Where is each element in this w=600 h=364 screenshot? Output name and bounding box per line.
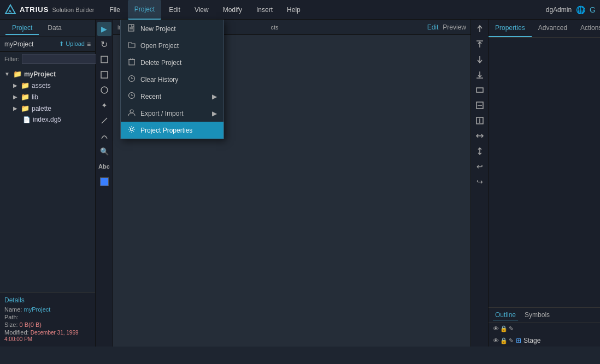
tab-actions[interactable]: Actions <box>574 20 600 37</box>
edit-icon[interactable]: ✎ <box>509 325 514 332</box>
filter-input[interactable] <box>22 54 103 64</box>
menu-view[interactable]: View <box>188 0 215 20</box>
align-top-btn[interactable] <box>473 22 487 36</box>
menu-help[interactable]: Help <box>280 0 307 20</box>
tree-item-lib[interactable]: ▶ 📁 lib <box>9 91 95 103</box>
redo-btn[interactable]: ↪ <box>473 175 487 189</box>
upload-button[interactable]: ⬆ Upload <box>59 40 85 48</box>
file-label: index.dg5 <box>33 116 61 123</box>
palette-folder-icon: 📁 <box>21 104 30 112</box>
curve-tool[interactable] <box>97 129 111 143</box>
align-down-stretch-btn[interactable] <box>473 68 487 82</box>
tab-advanced[interactable]: Advanced <box>532 20 574 37</box>
project-properties-label: Project Properties <box>140 127 192 134</box>
svg-line-5 <box>102 118 107 123</box>
color-tool[interactable] <box>97 175 111 189</box>
outline-row-1: 👁 🔒 ✎ <box>489 323 600 335</box>
align-down-btn[interactable] <box>473 52 487 67</box>
search-tool[interactable]: 🔍 <box>97 144 111 158</box>
menu-modify[interactable]: Modify <box>216 0 249 20</box>
chevron-right-icon-palette: ▶ <box>13 105 17 111</box>
menu-project-properties[interactable]: Project Properties <box>121 122 223 139</box>
edit-button[interactable]: Edit <box>427 23 439 31</box>
menu-new-project[interactable]: New Project <box>121 20 223 37</box>
pointer-tool[interactable]: ▶ <box>97 22 111 36</box>
line-tool[interactable] <box>97 114 111 128</box>
delete-project-icon <box>127 58 136 67</box>
details-title: Details <box>4 296 91 304</box>
right-toolbar: ↩ ↪ <box>470 20 488 347</box>
palette-label: palette <box>32 105 51 112</box>
align-top-stretch-icon <box>475 40 484 49</box>
resize-v-btn[interactable] <box>473 114 487 128</box>
lock-icon[interactable]: 🔒 <box>500 325 508 332</box>
project-subtabs: Project Data <box>0 20 95 37</box>
fit-v-btn[interactable] <box>473 144 487 158</box>
menu-delete-project[interactable]: Delete Project <box>121 54 223 71</box>
svg-point-4 <box>101 87 108 93</box>
tree-item-palette[interactable]: ▶ 📁 palette <box>9 103 95 114</box>
menu-open-project[interactable]: Open Project <box>121 37 223 54</box>
right-panel-tabs: Properties Advanced Actions <box>489 20 600 38</box>
root-folder-icon: 📁 <box>13 70 22 78</box>
svg-point-29 <box>131 128 133 131</box>
logo-area: A ATRIUS Solution Builder <box>4 4 95 16</box>
detail-modified-row: Modified: December 31, 1969 4:00:00 PM <box>4 329 91 342</box>
tools-column: ▶ ↻ ✦ 🔍 Abc <box>96 20 113 347</box>
menu-file[interactable]: File <box>103 0 127 20</box>
right-panel-body <box>489 38 600 307</box>
ellipse-tool[interactable] <box>97 83 111 97</box>
rect-tool[interactable] <box>97 68 111 82</box>
align-down-stretch-icon <box>475 70 484 79</box>
chevron-right-icon: ▶ <box>13 82 17 88</box>
text-tool-btn[interactable]: Abc <box>97 159 111 174</box>
recent-arrow-icon: ▶ <box>212 93 217 100</box>
svg-rect-12 <box>477 88 483 92</box>
recent-label: Recent <box>140 93 161 100</box>
rect-icon <box>101 71 108 79</box>
menu-insert[interactable]: Insert <box>250 0 279 20</box>
open-project-label: Open Project <box>140 42 179 50</box>
eye-icon-2[interactable]: 👁 <box>493 337 499 344</box>
fit-h-btn[interactable] <box>473 129 487 143</box>
stage-grid-icon: ⊞ <box>516 337 521 344</box>
tree-item-index[interactable]: 📄 index.dg5 <box>9 114 95 125</box>
menu-export-import[interactable]: Export / Import ▶ <box>121 105 223 122</box>
menu-recent[interactable]: Recent ▶ <box>121 88 223 105</box>
crop-tool[interactable] <box>97 52 111 67</box>
align-left-stretch-btn[interactable] <box>473 83 487 97</box>
open-project-icon <box>127 41 136 50</box>
tab-project[interactable]: Project <box>5 22 39 35</box>
tree-item-assets[interactable]: ▶ 📁 assets <box>9 80 95 91</box>
detail-path-row: Path: <box>4 314 91 320</box>
list-options-icon[interactable]: ≡ <box>87 40 91 48</box>
clear-history-label: Clear History <box>140 76 178 83</box>
undo-btn[interactable]: ↩ <box>473 159 487 174</box>
color-swatch <box>100 177 109 186</box>
rotate-tool[interactable]: ↻ <box>97 37 111 51</box>
export-import-icon <box>127 109 136 118</box>
clear-history-icon <box>127 75 136 84</box>
tab-properties[interactable]: Properties <box>489 20 532 37</box>
crop-icon <box>100 55 109 64</box>
lock-icon-2[interactable]: 🔒 <box>500 337 508 344</box>
new-project-icon <box>127 24 136 33</box>
preview-button[interactable]: Preview <box>443 23 466 31</box>
detail-path-label: Path: <box>4 314 19 320</box>
left-panel: Project Data myProject ⬆ Upload ≡ Filter… <box>0 20 96 347</box>
tree-root[interactable]: ▼ 📁 myProject <box>0 68 95 80</box>
menu-clear-history[interactable]: Clear History <box>121 71 223 88</box>
align-top-stretch-btn[interactable] <box>473 37 487 51</box>
outline-tab-outline[interactable]: Outline <box>493 310 518 320</box>
eye-icon[interactable]: 👁 <box>493 325 499 332</box>
edit-icon-2[interactable]: ✎ <box>509 337 514 344</box>
menu-project[interactable]: Project <box>128 0 161 20</box>
google-icon[interactable]: G <box>590 5 596 14</box>
resize-h-btn[interactable] <box>473 98 487 112</box>
outline-tab-symbols[interactable]: Symbols <box>522 310 552 320</box>
tab-data[interactable]: Data <box>41 22 68 35</box>
puzzle-tool[interactable]: ✦ <box>97 98 111 112</box>
resize-v-icon <box>475 116 484 125</box>
filter-row: Filter: <box>0 52 95 66</box>
menu-edit[interactable]: Edit <box>162 0 187 20</box>
